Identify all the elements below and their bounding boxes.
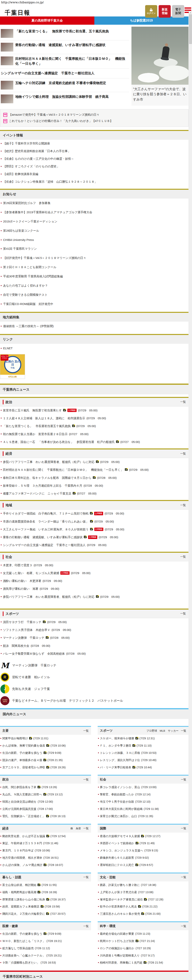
news-item[interactable]: 選挙戦初日にテロ２人死亡 (7/29 8:57)	[98, 861, 189, 869]
news-item[interactable]: 塚本監督がベネチア審査員に就任 (7/27 12:28)	[98, 896, 189, 903]
news-item[interactable]: 最終処分場化の回避が重要 (7/29 11:23)	[98, 930, 189, 937]
top-news-item[interactable]: 田村明比古ＮＡＡ新社長に聞く 千葉県観光に「日本版ＤＭＯ」 機能強化「一日も早く…	[0, 54, 129, 68]
news-item[interactable]: 春秋日本５周年記念、塩キャラメルを配布 国際線で８月１日から (07/28 05…	[0, 474, 189, 482]
list-link[interactable]: 一覧	[181, 778, 186, 781]
news-item[interactable]: 手作りイカダで一致団結 白子南白亀川、７１チーム笑顔で熱戦 FREE (07/2…	[0, 510, 189, 517]
news-item[interactable]: １２人超４８人立候補 新人は１８人、激戦に 柏市議選告示 (07/29 05:0…	[0, 414, 189, 422]
news-item[interactable]: 福島・相馬野馬追が最高潮 (7/28 16:39)	[0, 889, 91, 896]
notice-item[interactable]: 【参加者募集中】2019千葉県杯社会人アマチュアゴルフ選手権大会	[0, 208, 189, 217]
list-link[interactable]: 一覧	[83, 827, 89, 830]
list-link[interactable]: 一覧	[180, 504, 186, 507]
news-item[interactable]: レスリング、屋比久翔平は２位 (7/29 10:49)	[98, 757, 189, 764]
news-item[interactable]: 囲碁、許家元が勝ち１勝２敗に (7/27 18:38)	[98, 881, 189, 889]
news-item[interactable]: 県警捜査１課長から山小屋に転身 (7/28 16:37)	[0, 896, 91, 903]
notice-item[interactable]: 千葉日報CD-ROM縮刷版 好評発売中	[0, 299, 189, 309]
news-item[interactable]: ９割「介護離職も防ぎたい」 (7/25 16:53)	[0, 959, 91, 966]
news-item[interactable]: マーティン決勝弾 千葉ロッテ (07/28 05:00)	[0, 634, 189, 642]
news-item[interactable]: 乗客の行動疑い通報 逮捕貢献、いすみ署が運転手に感謝状 FREE (07/29 …	[0, 533, 189, 541]
pr-item[interactable]: PR これでもか！というほどの牡蠣の甘み！「九十九島いわがき」【47ＣＬＵＢ】	[3, 118, 185, 124]
team-row-jets[interactable]: CHIBA JETS 千葉など４チーム、Ｂリーグから出場 テリフィック１２ バス…	[0, 695, 189, 706]
news-item[interactable]: ソフトテニス男子団体 木総合準Ｖ (07/29 05:00)	[0, 626, 189, 634]
scroll-up-arrow-icon[interactable]: ▲	[189, 11, 192, 14]
news-item[interactable]: 新車登録０．５％増 ３カ月連続前年上回る 千葉県内６月 (07/28 05:00…	[0, 482, 189, 490]
news-item[interactable]: 地方空港の韓国便、相次ぎ運休 (7/28 16:51)	[0, 854, 91, 861]
news-item[interactable]: 酒酔い運転の疑い 木更津署 (07/29 05:00)	[0, 577, 189, 585]
news-item[interactable]: 参院バリアフリー工事 れいわ重度障害者、船後氏（松戸）らに対応 (07/29 0…	[0, 458, 189, 466]
news-item[interactable]: パ・リーグ来季日程発表 (7/29 10:44)	[98, 764, 189, 771]
news-item[interactable]: 東証、午前終値２万１５３８円 (7/29 11:46)	[0, 840, 91, 847]
pr-item[interactable]: PR 【amazonで発売中】千葉魂＜Vol.5＞２０１８マリーンズ挑戦の日々	[3, 112, 185, 118]
notice-item[interactable]: 第41回 千葉県民マラソン	[0, 244, 189, 253]
news-item[interactable]: 片頭痛改善へ「心臓カテーテル」 (7/25 19:21)	[0, 952, 91, 959]
event-item[interactable]: 【睦沢】歴史民俗資料館企画展「日本人の手仕事」	[0, 147, 189, 155]
list-link[interactable]: 一覧	[180, 612, 186, 616]
news-item[interactable]: 女児蹴った疑い 柏署、モンゴル人男逮捕 FREE (07/29 05:00)	[0, 569, 189, 577]
news-item[interactable]: 上戸彩さんが第２子男児出産 (7/27 13:08)	[98, 889, 189, 896]
news-item[interactable]: Ｆ１、ホンダ今季２勝目 (7/29 11:10)	[98, 742, 189, 749]
news-item[interactable]: バレー女子敬愛学園８強ならず 全国高校総体 (07/28 05:00)	[0, 650, 189, 657]
event-item[interactable]: 【佐倉】コレクション特集展示「追悼 山口勝弘１９２８～２０１８」	[0, 178, 189, 186]
news-item[interactable]: 柏崎刈羽原発、再稼働に１兆円超 (7/26 21:54)	[98, 959, 189, 966]
notice-item[interactable]: 第28回ちば音楽コンクール	[0, 226, 189, 235]
event-item[interactable]: 【佐倉】もののけの夏～江戸文化の中の幽霊・妖怪～	[0, 155, 189, 163]
news-item[interactable]: 市原の道路愛護団体命名 ラベンダー畑は「香りのふれあい坂」 (07/29 05:…	[0, 518, 189, 525]
news-item[interactable]: 生活の困窮、子の健康を損なう (7/29 9:09)	[0, 930, 91, 937]
news-item[interactable]: 東日本大震災伝承に民間が新組織 (7/29 11:38)	[98, 805, 189, 813]
news-item[interactable]: シングルマザーの自立支援へ連携協定 千葉市と一般社団法人 (07/29 05:0…	[0, 541, 189, 549]
browser-scrollbar[interactable]: ▲	[189, 11, 192, 980]
news-item[interactable]: 韓国と自治体交流は継続を (7/29 12:00)	[0, 798, 91, 805]
list-link[interactable]: 一覧	[83, 729, 89, 733]
notice-item[interactable]: 【好評発売中】千葉魂＜Vol.5＞２０１８マリーンズ挑戦の日々	[0, 253, 189, 262]
news-item[interactable]: ＡＬＳ患者、国会に一石 「当事者が決める政治を」 参院選初当選 松戸の船後氏 (…	[0, 438, 189, 446]
news-item[interactable]: 菅氏、拉致解決へ「正念場続く」 (7/28 16:13)	[0, 813, 91, 820]
news-item[interactable]: 川内原発１号機が定期検査入り (7/27 9:17)	[98, 952, 189, 959]
news-item[interactable]: 初の無投票で新人当選か 富里市長選２８日告示 (07/27 05:00)	[0, 430, 189, 438]
news-item[interactable]: メキシコ、ホンジュラスを支援へ (7/29 9:15)	[98, 847, 189, 854]
tab-sangiin-election[interactable]: ちば参院選2019	[94, 16, 189, 25]
regional-item[interactable]: 価値創造 ～三重の技術力～ (伊勢新聞)	[0, 321, 189, 331]
news-item[interactable]: 参院バリアフリー工事 れいわ重度障害者、船後氏（松戸）らに対応 (07/29 0…	[0, 593, 189, 601]
list-link[interactable]: 一覧	[181, 875, 186, 879]
scrollbar-thumb[interactable]	[189, 14, 192, 44]
news-item[interactable]: 「新たな富里つくる」 市長選初当選五十嵐氏抱負 (07/29 05:00)	[0, 422, 189, 430]
news-item[interactable]: 埼玉で中１男子生徒が自殺 (7/29 12:10)	[98, 798, 189, 805]
lead-photo[interactable]	[131, 27, 189, 85]
news-item[interactable]: 隅田川花火、２万発の大輪夜空に (7/27 20:57)	[0, 910, 91, 918]
news-item[interactable]: 三浦百恵さんのキルト集が発売 (7/26 21:00)	[98, 910, 189, 918]
event-item[interactable]: 【野田】すごろクイズ「のりものの歴史」	[0, 163, 189, 170]
news-item[interactable]: 丸山氏、Ｎ国入党要請に回答へ (7/29 13:12)	[0, 791, 91, 798]
news-item[interactable]: 木更津、印西で震度３ (07/29 05:00)	[0, 562, 189, 569]
news-item[interactable]: 豚コレラ感染イノシシか、富山 (7/29 13:00)	[98, 784, 189, 791]
news-item[interactable]: 保育士が園児に体罰か、山口 (7/29 11:35)	[98, 813, 189, 820]
news-item[interactable]: 郵政民営化委、かんぽ不正を協議 (7/29 12:54)	[0, 833, 91, 840]
news-item[interactable]: 警察官、拳銃自殺図ったか (7/29 12:14)	[98, 791, 189, 798]
top-news-item[interactable]: 「新たな富里つくる」 無投票で市長に初当選、五十嵐氏抱負	[0, 27, 129, 40]
notice-item[interactable]: CHIBA University Press	[0, 235, 189, 244]
notice-item[interactable]: あなたの包丁はよく切れますか？	[0, 281, 189, 290]
tab-highschool-baseball[interactable]: 夏の高校野球千葉大会	[0, 16, 94, 25]
news-item[interactable]: 葬儀参列者ら６０人超殺害 (7/29 9:02)	[98, 854, 189, 861]
event-item[interactable]: 【銚子】千葉科学大学市民公開講座	[0, 140, 189, 147]
news-item[interactable]: 立民が元国民参院議員支援 (7/28 17:00)	[0, 805, 91, 813]
list-link[interactable]: 一覧	[83, 924, 89, 928]
notice-item[interactable]: 自宅で受験できる公開模擬テスト	[0, 290, 189, 299]
news-item[interactable]: トレントンの加藤、３Ａに昇格 (7/29 10:53)	[98, 749, 189, 757]
news-item[interactable]: 富里市長に五十嵐氏 無投票で初当選果たす FREE (07/29 05:00)	[0, 407, 189, 414]
news-item[interactable]: 競泳 関東高校大会 (07/28 05:00)	[0, 642, 189, 650]
top-news-item[interactable]: 地物イワシで郷土料理 漁協女性部講師に体験学習 銚子商高	[0, 92, 129, 106]
notice-item[interactable]: 第26回実業団対抗ゴルフ 参加募集	[0, 199, 189, 208]
register-button[interactable]: 新規 登録	[159, 5, 171, 18]
list-link[interactable]: 一覧	[180, 452, 186, 455]
news-item[interactable]: かんぽ保険、無断で契約書を偽造 (7/29 10:06)	[0, 742, 91, 749]
sports-sub-links[interactable]: プロ野球 MLB サッカー	[146, 729, 178, 733]
news-item[interactable]: 米西部イベントで銃発砲か (7/29 11:49)	[98, 840, 189, 847]
news-item[interactable]: 富士山登山鉄道、検討開始 (7/29 11:55)	[0, 881, 91, 889]
site-logo[interactable]: 千葉日報	[5, 9, 30, 17]
notice-item[interactable]: 第２回ＣＨＩＢＡこども新聞コンクール	[0, 262, 189, 272]
news-item[interactable]: ＷＨＯ、新型たばこも「リスク」 (7/28 19:21)	[0, 937, 91, 945]
news-item[interactable]: 田村明比古ＮＡＡ新社長に聞く 千葉県観光に「日本版ＤＭＯ」 機能強化「一日も早く…	[0, 466, 189, 474]
news-item[interactable]: 香港の大規模デモで４９人逮捕 (7/29 12:27)	[98, 833, 189, 840]
news-item[interactable]: 大工さんサーファー集結 いすみ三軒屋海岸、８０人が技術競う FREE (07/2…	[0, 525, 189, 533]
news-item[interactable]: 清田サヨナラ打 千葉ロッテ (07/29 05:00)	[0, 618, 189, 626]
news-item[interactable]: ロシアの核施設から漏出か (7/27 10:29)	[98, 945, 189, 952]
